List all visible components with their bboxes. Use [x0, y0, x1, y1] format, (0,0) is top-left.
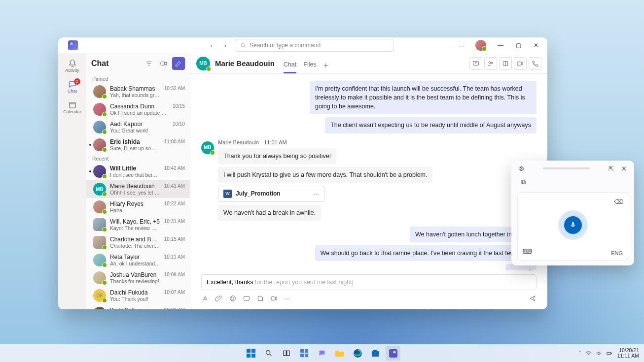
- window-minimize-button[interactable]: —: [492, 38, 509, 52]
- system-tray[interactable]: ˄: [578, 350, 612, 357]
- screen-share-button[interactable]: [469, 57, 482, 70]
- tab-files[interactable]: Files: [303, 61, 316, 73]
- meet-now-button[interactable]: [157, 57, 170, 70]
- emoji-icon[interactable]: [229, 295, 237, 302]
- attach-icon[interactable]: [215, 295, 223, 302]
- svg-rect-18: [271, 296, 275, 300]
- sticker-icon[interactable]: [256, 295, 264, 302]
- store-icon: [371, 349, 379, 357]
- svg-rect-17: [244, 296, 250, 300]
- window-close-button[interactable]: ✕: [528, 38, 544, 52]
- widgets-icon: [300, 349, 308, 357]
- chat-row[interactable]: Aadi KapoorYou: Great work!10/10: [86, 118, 190, 136]
- message-out: We should go back to that ramne place. I…: [315, 245, 537, 261]
- chat-row[interactable]: Will, Kayo, Eric, +5Kayo: The review wen…: [86, 216, 190, 233]
- chat-row[interactable]: Hilary ReyesHaha!10:22 AM: [86, 198, 190, 216]
- svg-rect-21: [247, 354, 250, 358]
- chat-row[interactable]: Babak ShammasYah, that sounds great10:32…: [86, 83, 190, 100]
- volume-icon[interactable]: [596, 350, 602, 357]
- add-tab-button[interactable]: +: [323, 61, 328, 73]
- svg-point-0: [241, 43, 245, 47]
- audio-call-button[interactable]: [529, 57, 541, 70]
- meeting-icon[interactable]: [270, 295, 278, 302]
- gif-icon[interactable]: [243, 295, 250, 302]
- compose-input[interactable]: Excellent, thanks for the report you sen…: [201, 274, 537, 290]
- filter-button[interactable]: [143, 57, 155, 70]
- chat-row[interactable]: Cassandra DunnOk I'll send an update ove…: [86, 100, 190, 118]
- svg-rect-32: [372, 351, 379, 357]
- taskbar-clock[interactable]: 10/20/21 11:11 AM: [617, 348, 639, 359]
- task-view-button[interactable]: [279, 346, 294, 361]
- messages-scroll[interactable]: I'm pretty confident that this launch wi…: [190, 74, 547, 270]
- chat-rows[interactable]: Babak ShammasYah, that sounds great10:32…: [86, 83, 190, 309]
- rail-activity[interactable]: Activity: [60, 56, 85, 76]
- send-button[interactable]: [529, 295, 537, 302]
- nav-back-button[interactable]: ‹: [205, 39, 218, 52]
- video-call-button[interactable]: [514, 57, 527, 70]
- voice-settings-button[interactable]: ⚙: [515, 162, 528, 175]
- search-icon: [240, 42, 247, 49]
- svg-point-15: [231, 297, 232, 298]
- edge-button[interactable]: [350, 346, 365, 361]
- svg-rect-22: [251, 354, 255, 358]
- explorer-button[interactable]: [332, 346, 347, 361]
- new-chat-button[interactable]: [172, 57, 185, 70]
- keyboard-button[interactable]: ⌨: [522, 246, 533, 256]
- start-button[interactable]: [244, 346, 258, 361]
- teams-taskbar-button[interactable]: [386, 346, 400, 361]
- current-user-avatar[interactable]: [475, 40, 486, 51]
- voice-body: ⌫ ⌨ ENG: [517, 192, 628, 261]
- store-button[interactable]: [368, 346, 383, 361]
- chat-app-button[interactable]: [315, 346, 329, 361]
- chat-row[interactable]: Kadji BellYou: I like the idea, let's pi…: [86, 304, 190, 309]
- compose-icon: [175, 60, 182, 67]
- chat-row[interactable]: Charlotte and BabakCharlotte: The client…: [86, 233, 190, 251]
- nav-forward-button[interactable]: ›: [219, 39, 232, 52]
- backspace-button[interactable]: ⌫: [613, 197, 624, 206]
- mic-button[interactable]: [558, 210, 588, 240]
- popout-icon: [501, 60, 509, 67]
- tray-chevron-icon[interactable]: ˄: [578, 350, 581, 357]
- file-attachment[interactable]: July_Promotion ···: [218, 186, 324, 202]
- rail-chat[interactable]: 2 Chat: [60, 77, 85, 97]
- chat-row[interactable]: Joshua VanBurenThanks for reviewing!10:0…: [86, 269, 190, 287]
- voice-typing-panel: ⚙ ⇱ ✕ ⧉ ⌫ ⌨ ENG: [511, 161, 634, 265]
- people-button[interactable]: [484, 57, 497, 70]
- widgets-button[interactable]: [297, 346, 312, 361]
- voice-popout-button[interactable]: ⧉: [518, 177, 528, 187]
- svg-rect-36: [607, 352, 610, 354]
- teams-window: ‹ › Search or type a command ··· — ▢ ✕ A…: [58, 37, 547, 309]
- voice-pin-button[interactable]: ⇱: [605, 162, 617, 175]
- chat-row[interactable]: DFDaichi FukudaYou: Thank you!!10:07 AM: [86, 287, 190, 304]
- bell-icon: [68, 59, 77, 68]
- window-maximize-button[interactable]: ▢: [510, 38, 527, 52]
- taskbar-search-button[interactable]: [261, 346, 276, 361]
- drag-handle[interactable]: [543, 167, 590, 169]
- peer-avatar[interactable]: MB: [196, 57, 210, 70]
- search-input[interactable]: Search or type a command: [236, 39, 394, 52]
- chat-row[interactable]: Will LittleI don't see that being an iss…: [86, 163, 190, 180]
- voice-close-button[interactable]: ✕: [617, 162, 630, 175]
- wifi-icon[interactable]: [585, 350, 592, 357]
- chat-list: Chat Pinned Babak ShammasYah, that sound…: [86, 53, 190, 309]
- message-out: The client wasn't expecting us to be rea…: [325, 117, 537, 133]
- battery-icon[interactable]: [606, 350, 612, 357]
- more-button[interactable]: ···: [455, 39, 469, 52]
- section-recent: Recent: [86, 154, 190, 163]
- chat-row[interactable]: Reta TaylorAh, ok I understand now.10:11…: [86, 251, 190, 269]
- svg-rect-30: [305, 354, 308, 357]
- format-icon[interactable]: [201, 295, 209, 302]
- chat-row[interactable]: Eric IshidaSure, I'll set up something f…: [86, 136, 190, 154]
- tab-chat[interactable]: Chat: [284, 61, 296, 73]
- message-in: I will push Krystal to give us a few mor…: [218, 167, 432, 183]
- popout-button[interactable]: [499, 57, 512, 70]
- side-rail: Activity 2 Chat Calendar: [58, 53, 86, 309]
- chat-row-selected[interactable]: MBMarie BeaudouinOhhh I see, yes let me …: [86, 180, 190, 198]
- conversation-header: MB Marie Beaudouin Chat Files +: [190, 53, 547, 74]
- compose-more-icon[interactable]: ···: [284, 294, 290, 302]
- voice-language[interactable]: ENG: [611, 250, 623, 256]
- message-in: We haven't had a break in awhile.: [218, 205, 321, 221]
- file-more-icon[interactable]: ···: [313, 190, 319, 197]
- rail-calendar[interactable]: Calendar: [60, 98, 85, 117]
- edge-icon: [354, 349, 362, 358]
